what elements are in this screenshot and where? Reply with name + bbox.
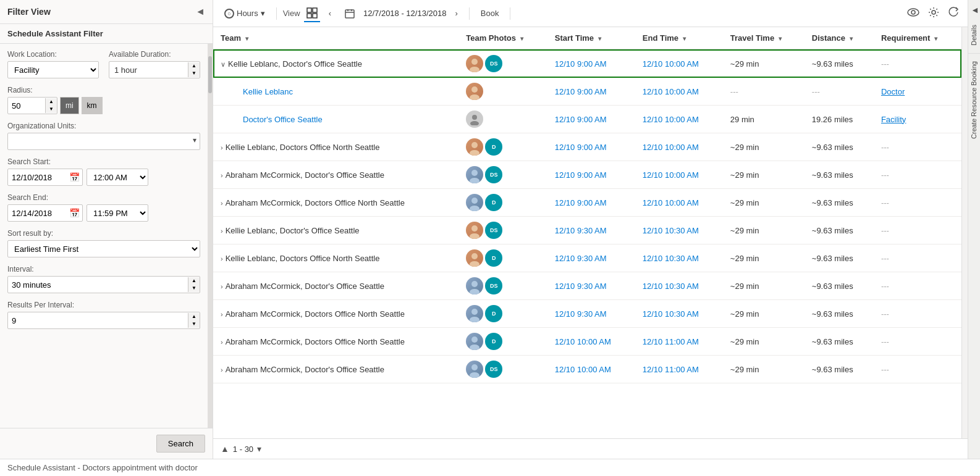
expand-btn[interactable]: › [221,172,223,179]
col-start-time[interactable]: Start Time ▾ [547,27,635,49]
col-team-photos[interactable]: Team Photos ▾ [458,27,547,49]
results-spin: ▲ ▼ [7,312,200,329]
table-row[interactable]: ∨Kellie Leblanc, Doctor's Office Seattle… [213,49,961,78]
work-location-select[interactable]: Facility [7,61,99,78]
distance-value: ~9.63 miles [812,198,853,207]
org-units-input[interactable] [7,133,200,150]
table-row[interactable]: Kellie Leblanc12/10 9:00 AM12/10 10:00 A… [213,78,961,106]
hours-btn[interactable]: ○ Hours ▾ [219,6,270,21]
requirement-value: --- [881,254,889,263]
interval-up-btn[interactable]: ▲ [188,277,200,285]
expand-btn[interactable]: › [221,199,223,207]
eye-btn[interactable] [905,6,922,22]
expand-btn[interactable]: › [221,338,223,346]
table-row[interactable]: ›Abraham McCormick, Doctor's Office Seat… [213,272,961,300]
table-container[interactable]: Team ▾ Team Photos ▾ Start Time ▾ End Ti… [213,27,961,438]
table-row[interactable]: ›Abraham McCormick, Doctors Office North… [213,328,961,356]
details-label[interactable]: Details [968,20,980,51]
toolbar: ○ Hours ▾ View ‹ [213,0,968,27]
results-spin-btns: ▲ ▼ [188,313,200,328]
duration-up-btn[interactable]: ▲ [188,62,200,70]
pagination-up-btn[interactable]: ▲ [221,444,229,454]
requirement-link[interactable]: Doctor [881,87,905,96]
travel-time-cell: ~29 min [723,161,805,189]
search-start-calendar-btn[interactable]: 📅 [67,170,82,185]
table-row[interactable]: ›Abraham McCormick, Doctors Office North… [213,189,961,217]
interval-input[interactable] [8,278,188,292]
start-time-cell: 12/10 9:30 AM [547,244,635,272]
expand-btn[interactable]: › [221,311,223,318]
requirement-cell: --- [874,49,961,78]
end-time-value: 12/10 10:00 AM [643,198,699,207]
distance-cell: ~9.63 miles [805,328,874,356]
side-collapse-btn[interactable]: ◄ [968,2,980,17]
results-per-interval-input[interactable] [8,314,188,328]
search-start-date-input[interactable] [8,170,67,185]
distance-sort-icon: ▾ [850,35,853,42]
prev-btn[interactable]: ‹ [324,6,336,20]
requirement-cell: --- [874,217,961,244]
sort-result-select[interactable]: Earliest Time First [7,240,200,257]
eye-icon [907,8,919,17]
avatar [466,277,483,294]
filter-scrollbar[interactable] [208,44,213,428]
col-end-time[interactable]: End Time ▾ [635,27,723,49]
refresh-btn[interactable] [945,4,961,23]
col-travel-time[interactable]: Travel Time ▾ [723,27,805,49]
requirement-link[interactable]: Facility [881,115,906,124]
expand-btn[interactable]: › [221,255,223,262]
results-up-btn[interactable]: ▲ [188,313,200,320]
search-end-time-select[interactable]: 11:59 PM [87,204,148,222]
table-row[interactable]: ›Kellie Leblanc, Doctors Office North Se… [213,244,961,272]
table-row[interactable]: ›Kellie Leblanc, Doctor's Office Seattle… [213,217,961,244]
radius-down-btn[interactable]: ▼ [46,106,57,113]
gear-btn[interactable] [926,4,942,23]
col-distance[interactable]: Distance ▾ [805,27,874,49]
interval-down-btn[interactable]: ▼ [188,285,200,292]
distance-value: ~9.63 miles [812,309,853,319]
avatar [466,83,483,100]
table-row[interactable]: ›Abraham McCormick, Doctors Office North… [213,300,961,328]
team-photos-cell: DS [458,217,547,244]
duration-down-btn[interactable]: ▼ [188,70,200,77]
book-btn[interactable]: Book [476,6,504,20]
table-row[interactable]: ›Abraham McCormick, Doctor's Office Seat… [213,161,961,189]
avatar-wrap: DS [466,222,540,239]
requirement-cell: --- [874,189,961,217]
view-grid-btn[interactable] [304,5,320,22]
radius-input[interactable] [8,99,45,113]
travel-time-cell: ~29 min [723,272,805,300]
expand-btn[interactable]: › [221,144,223,151]
radius-mi-btn[interactable]: mi [60,97,79,114]
radius-km-btn[interactable]: km [82,97,103,114]
search-end-calendar-btn[interactable]: 📅 [67,206,82,220]
expand-btn[interactable]: › [221,283,223,290]
end-time-value: 12/10 10:30 AM [643,254,699,263]
radius-up-btn[interactable]: ▲ [46,98,57,106]
table-row[interactable]: Doctor's Office Seattle12/10 9:00 AM12/1… [213,106,961,133]
avatar-wrap [466,111,540,128]
team-name: Kellie Leblanc, Doctor's Office Seattle [226,226,360,235]
expand-btn[interactable]: › [221,227,223,235]
start-time-value: 12/10 9:00 AM [555,143,607,152]
calendar-btn[interactable] [340,6,360,21]
col-requirement[interactable]: Requirement ▾ [874,27,961,49]
next-btn[interactable]: › [450,6,462,20]
team-name[interactable]: Kellie Leblanc [243,87,293,96]
create-resource-label[interactable]: Create Resource Booking [968,56,980,144]
expand-btn[interactable]: ∨ [221,61,226,69]
pagination-down-btn[interactable]: ▾ [257,444,261,454]
search-start-time-select[interactable]: 12:00 AM [87,169,148,186]
search-button[interactable]: Search [156,435,205,453]
filter-collapse-button[interactable]: ◄ [195,6,205,17]
right-panel: ○ Hours ▾ View ‹ [213,0,968,459]
expand-btn[interactable]: › [221,366,223,374]
col-team[interactable]: Team ▾ [213,27,458,49]
search-end-date-input[interactable] [8,206,67,220]
results-down-btn[interactable]: ▼ [188,320,200,328]
table-row[interactable]: ›Abraham McCormick, Doctor's Office Seat… [213,356,961,383]
team-name[interactable]: Doctor's Office Seattle [243,115,323,124]
team-photos-cell: DS [458,49,547,78]
table-scrollbar[interactable] [961,27,968,438]
table-row[interactable]: ›Kellie Leblanc, Doctors Office North Se… [213,133,961,161]
